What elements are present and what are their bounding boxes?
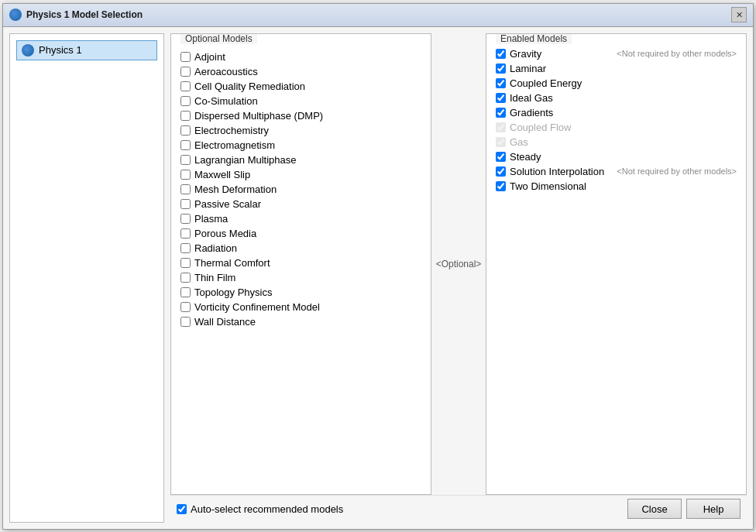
auto-select-text: Auto-select recommended models	[191, 503, 343, 515]
list-item[interactable]: Topology Physics	[177, 285, 424, 300]
left-panel: Physics 1	[9, 33, 164, 523]
window-close-button[interactable]: ✕	[731, 7, 747, 22]
optional-checkbox-12[interactable]	[180, 228, 191, 239]
arrow-area: <Optional>	[431, 33, 486, 495]
optional-item-label: Radiation	[194, 242, 237, 254]
optional-item-label: Thermal Comfort	[194, 257, 270, 269]
enabled-checkbox-2[interactable]	[496, 78, 506, 88]
optional-item-label: Lagrangian Multiphase	[194, 154, 297, 166]
optional-checkbox-14[interactable]	[180, 258, 191, 268]
list-item[interactable]: Wall Distance	[177, 314, 424, 329]
table-row[interactable]: Ideal Gas	[493, 91, 740, 105]
optional-panel: Optional Models AdjointAeroacousticsCell…	[170, 33, 431, 495]
optional-checkbox-7[interactable]	[180, 155, 191, 165]
enabled-checkbox-5	[496, 122, 506, 132]
list-item[interactable]: Aeroacoustics	[177, 64, 424, 79]
list-item[interactable]: Passive Scalar	[177, 197, 424, 211]
list-item[interactable]: Lagrangian Multiphase	[177, 153, 424, 167]
physics-item-icon	[22, 44, 34, 57]
optional-item-label: Cell Quality Remediation	[194, 81, 305, 92]
list-item[interactable]: Co-Simulation	[177, 94, 424, 108]
list-item[interactable]: Electromagnetism	[177, 138, 424, 153]
optional-panel-title: Optional Models	[180, 33, 257, 44]
enabled-item-note: <Not required by other models>	[617, 166, 737, 176]
optional-checkbox-10[interactable]	[180, 199, 191, 209]
enabled-checkbox-1[interactable]	[496, 63, 506, 74]
enabled-item-label: Gradients	[510, 107, 553, 118]
table-row[interactable]: Solution Interpolation<Not required by o…	[493, 164, 740, 179]
list-item[interactable]: Vorticity Confinement Model	[177, 300, 424, 314]
enabled-checkbox-9[interactable]	[496, 181, 506, 191]
optional-checkbox-2[interactable]	[180, 81, 191, 91]
table-row[interactable]: Gravity<Not required by other models>	[493, 46, 740, 61]
panels-area: Optional Models AdjointAeroacousticsCell…	[170, 33, 747, 523]
optional-model-list: AdjointAeroacousticsCell Quality Remedia…	[177, 50, 424, 329]
title-bar: Physics 1 Model Selection ✕	[3, 4, 753, 27]
optional-checkbox-1[interactable]	[180, 67, 191, 77]
optional-item-label: Dispersed Multiphase (DMP)	[194, 110, 323, 122]
list-item[interactable]: Porous Media	[177, 226, 424, 241]
list-item[interactable]: Radiation	[177, 241, 424, 256]
optional-checkbox-16[interactable]	[180, 287, 191, 297]
list-item[interactable]: Adjoint	[177, 50, 424, 64]
optional-item-label: Maxwell Slip	[194, 169, 250, 180]
optional-item-label: Wall Distance	[194, 316, 256, 328]
enabled-panel: Enabled Models Gravity<Not required by o…	[486, 33, 747, 495]
list-item[interactable]: Mesh Deformation	[177, 182, 424, 197]
optional-item-label: Porous Media	[194, 228, 256, 239]
table-row[interactable]: Gradients	[493, 105, 740, 120]
close-button[interactable]: Close	[627, 499, 682, 519]
optional-item-label: Co-Simulation	[194, 95, 258, 107]
physics-item-label: Physics 1	[39, 44, 82, 56]
table-row[interactable]: Coupled Energy	[493, 76, 740, 91]
optional-checkbox-13[interactable]	[180, 243, 191, 253]
list-item[interactable]: Electrochemistry	[177, 123, 424, 138]
physics-item[interactable]: Physics 1	[16, 40, 157, 60]
enabled-item-label: Ideal Gas	[510, 92, 553, 104]
optional-checkbox-8[interactable]	[180, 170, 191, 180]
enabled-model-list: Gravity<Not required by other models>Lam…	[493, 46, 740, 194]
optional-checkbox-3[interactable]	[180, 96, 191, 106]
enabled-checkbox-8[interactable]	[496, 166, 506, 177]
enabled-item-label: Coupled Flow	[510, 122, 572, 133]
auto-select-label[interactable]: Auto-select recommended models	[177, 503, 343, 515]
enabled-item-label: Two Dimensional	[510, 180, 586, 192]
list-item[interactable]: Dispersed Multiphase (DMP)	[177, 108, 424, 123]
optional-checkbox-9[interactable]	[180, 184, 191, 194]
optional-item-label: Mesh Deformation	[194, 184, 277, 195]
auto-select-checkbox[interactable]	[177, 504, 187, 514]
list-item[interactable]: Plasma	[177, 211, 424, 226]
enabled-checkbox-6	[496, 137, 506, 147]
optional-item-label: Vorticity Confinement Model	[194, 301, 320, 313]
optional-checkbox-18[interactable]	[180, 317, 191, 327]
enabled-checkbox-7[interactable]	[496, 152, 506, 162]
optional-checkbox-11[interactable]	[180, 214, 191, 224]
help-button[interactable]: Help	[686, 499, 741, 519]
enabled-item-label: Laminar	[510, 63, 546, 74]
enabled-item-label: Gas	[510, 136, 528, 148]
enabled-checkbox-3[interactable]	[496, 93, 506, 103]
table-row[interactable]: Steady	[493, 149, 740, 164]
table-row[interactable]: Laminar	[493, 61, 740, 76]
title-bar-left: Physics 1 Model Selection	[9, 9, 143, 21]
optional-item-label: Plasma	[194, 213, 228, 225]
list-item[interactable]: Thin Film	[177, 270, 424, 285]
arrow-label: <Optional>	[436, 259, 482, 269]
enabled-item-label: Steady	[510, 151, 541, 163]
action-buttons: Close Help	[627, 499, 741, 519]
optional-checkbox-6[interactable]	[180, 140, 191, 150]
table-row[interactable]: Two Dimensional	[493, 179, 740, 194]
enabled-checkbox-4[interactable]	[496, 108, 506, 118]
optional-checkbox-0[interactable]	[180, 52, 191, 62]
enabled-checkbox-0[interactable]	[496, 49, 506, 59]
optional-checkbox-15[interactable]	[180, 273, 191, 283]
list-item[interactable]: Thermal Comfort	[177, 256, 424, 270]
list-item[interactable]: Maxwell Slip	[177, 167, 424, 182]
optional-checkbox-4[interactable]	[180, 111, 191, 121]
optional-checkbox-5[interactable]	[180, 125, 191, 136]
list-item[interactable]: Cell Quality Remediation	[177, 79, 424, 94]
window-title: Physics 1 Model Selection	[26, 9, 143, 20]
optional-item-label: Electrochemistry	[194, 125, 269, 136]
enabled-item-label: Coupled Energy	[510, 77, 582, 89]
optional-checkbox-17[interactable]	[180, 302, 191, 312]
